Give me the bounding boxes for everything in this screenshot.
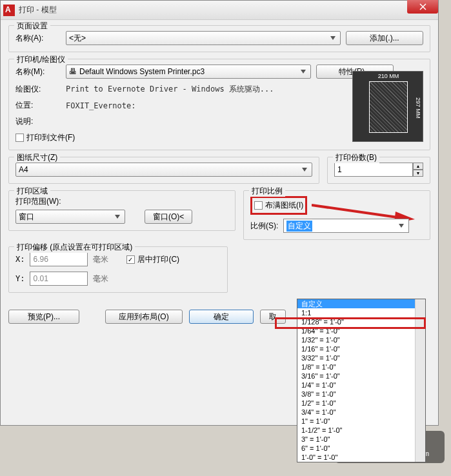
fit-to-paper-label: 布满图纸(I) [265, 200, 303, 211]
scale-option[interactable]: 3/8" = 1'-0" [297, 390, 425, 399]
name-label: 名称(A): [15, 33, 61, 44]
cancel-button[interactable]: 取 [260, 310, 286, 324]
scale-option[interactable]: 1/8" = 1'-0" [297, 362, 425, 372]
scale-select[interactable]: 自定义 [283, 219, 409, 233]
scale-option[interactable]: 1" = 1'-0" [297, 417, 425, 426]
plotter-value: Print to Evernote Driver - Windows 系统驱动.… [66, 84, 274, 95]
scrollbar[interactable] [415, 299, 425, 462]
scale-option[interactable]: 1-1/2" = 1'-0" [297, 426, 425, 435]
copies-input[interactable]: 1 [334, 163, 413, 177]
close-icon [419, 3, 426, 10]
apply-layout-button[interactable]: 应用到布局(O) [105, 310, 183, 324]
center-plot-label: 居中打印(C) [137, 254, 179, 265]
copies-spinner[interactable]: ▲ ▼ [413, 163, 423, 177]
scale-option[interactable]: 1/64" = 1'-0" [297, 326, 425, 335]
chevron-down-icon [299, 164, 310, 175]
desc-label: 说明: [15, 116, 61, 127]
chevron-down-icon [297, 66, 309, 77]
printer-group: 打印机/绘图仪 名称(M): 🖶 Default Windows System … [8, 59, 430, 150]
add-button[interactable]: 添加(.)... [346, 31, 423, 45]
chevron-down-icon [396, 220, 407, 232]
location-value: FOXIT_Evernote: [66, 101, 135, 110]
print-area-group: 打印区域 打印范围(W): 窗口 窗口(O)< [8, 190, 236, 231]
page-setup-legend: 页面设置 [14, 21, 50, 32]
scale-dropdown-list[interactable]: 自定义 1:1 1/128" = 1'-0" 1/64" = 1'-0" 1/3… [297, 299, 426, 462]
x-label: X: [15, 255, 25, 264]
scale-option[interactable]: 1/2" = 1'-0" [297, 399, 425, 408]
scale-option[interactable]: 3/32" = 1'-0" [297, 353, 425, 362]
paper-size-group: 图纸尺寸(Z) A4 [8, 157, 319, 184]
plotter-label: 绘图仪: [15, 84, 61, 95]
printer-legend: 打印机/绘图仪 [14, 54, 68, 65]
spin-down-icon[interactable]: ▼ [413, 170, 423, 177]
scale-option[interactable]: 6" = 1'-0" [297, 444, 425, 453]
scale-option[interactable]: 3/4" = 1'-0" [297, 408, 425, 417]
copies-group: 打印份数(B) 1 ▲ ▼ [327, 157, 430, 184]
print-scale-group: 打印比例 布满图纸(I) 比例(S): 自定义 [243, 190, 430, 240]
chevron-down-icon [112, 211, 123, 223]
print-area-legend: 打印区域 [14, 186, 50, 197]
paper-preview: 210 MM 297 MM [352, 71, 423, 142]
location-label: 位置: [15, 100, 61, 111]
ok-button[interactable]: 确定 [189, 310, 254, 324]
x-unit: 毫米 [93, 254, 108, 265]
chevron-down-icon [327, 32, 339, 44]
paper-size-select[interactable]: A4 [15, 163, 312, 177]
page-setup-group: 页面设置 名称(A): <无> 添加(.)... [8, 25, 430, 52]
printer-icon: 🖶 [69, 67, 77, 76]
print-range-label: 打印范围(W): [15, 197, 61, 206]
scale-option[interactable]: 自定义 [297, 299, 425, 308]
print-to-file-label: 打印到文件(F) [26, 132, 75, 143]
y-input[interactable]: 0.01 [30, 272, 88, 286]
window-button[interactable]: 窗口(O)< [145, 210, 192, 224]
fit-to-paper-checkbox[interactable] [254, 201, 263, 210]
scale-option[interactable]: 1/4" = 1'-0" [297, 381, 425, 390]
paper-size-legend: 图纸尺寸(Z) [14, 152, 60, 163]
scale-option[interactable]: 1'-0" = 1'-0" [297, 453, 425, 462]
print-to-file-checkbox[interactable] [15, 134, 24, 142]
spin-up-icon[interactable]: ▲ [413, 163, 423, 170]
scale-option[interactable]: 3" = 1'-0" [297, 435, 425, 444]
page-setup-name-select[interactable]: <无> [66, 31, 341, 45]
scale-label: 比例(S): [250, 221, 278, 232]
scale-option[interactable]: 3/16" = 1'-0" [297, 372, 425, 381]
x-input[interactable]: 6.96 [30, 252, 88, 266]
y-label: Y: [15, 274, 25, 283]
scale-option[interactable]: 1/16" = 1'-0" [297, 344, 425, 353]
close-button[interactable] [407, 0, 438, 14]
print-scale-legend: 打印比例 [249, 186, 285, 197]
preview-button[interactable]: 预览(P)... [8, 310, 79, 324]
preview-height: 297 MM [415, 97, 421, 119]
scale-option[interactable]: 1/32" = 1'-0" [297, 335, 425, 344]
scale-option[interactable]: 1/128" = 1'-0" [297, 317, 425, 326]
print-range-select[interactable]: 窗口 [15, 210, 125, 224]
printer-name-label: 名称(M): [15, 66, 61, 77]
copies-legend: 打印份数(B) [333, 152, 379, 163]
center-plot-checkbox[interactable] [126, 255, 135, 264]
titlebar[interactable]: 打印 - 模型 [1, 1, 438, 20]
printer-name-select[interactable]: 🖶 Default Windows System Printer.pc3 [66, 64, 311, 79]
y-unit: 毫米 [93, 273, 108, 284]
offset-group: 打印偏移 (原点设置在可打印区域) X: 6.96 毫米 居中打印(C) Y: … [8, 246, 228, 293]
preview-width: 210 MM [369, 73, 408, 79]
scale-option[interactable]: 1:1 [297, 308, 425, 317]
window-title: 打印 - 模型 [19, 5, 57, 15]
autocad-icon [3, 5, 15, 16]
offset-legend: 打印偏移 (原点设置在可打印区域) [14, 242, 135, 253]
